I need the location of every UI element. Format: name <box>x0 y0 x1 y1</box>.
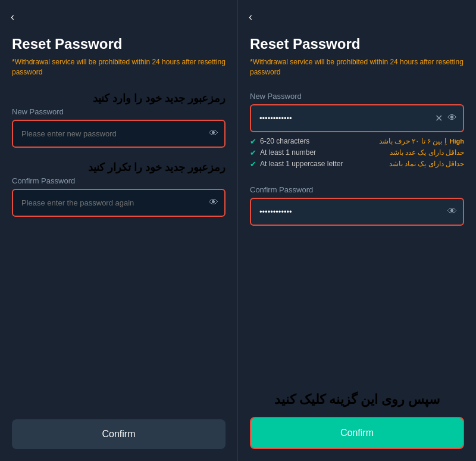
clear-icon-right[interactable]: ✕ <box>435 113 443 124</box>
check-icon-3: ✔ <box>250 160 256 169</box>
confirm-button-right[interactable]: Confirm <box>250 417 464 449</box>
confirm-password-wrapper-right: 👁 <box>250 198 464 226</box>
new-password-section-right: New Password ✕ 👁 ✔ 6-20 characters اِ بی… <box>250 92 464 176</box>
annotation-confirm-password: رمزعبور جدید خود را تکرار کنید <box>12 161 226 174</box>
eye-icon-new-left[interactable]: 👁 <box>209 128 218 139</box>
eye-icon-confirm-right[interactable]: 👁 <box>447 206 457 217</box>
confirm-password-input-left[interactable] <box>12 189 226 217</box>
new-password-wrapper-left: 👁 <box>12 120 226 148</box>
new-password-label-right: New Password <box>250 92 464 101</box>
new-password-section-left: رمزعبور جدید خود را وارد کنید New Passwo… <box>12 92 226 151</box>
right-warning: *Withdrawal service will be prohibited w… <box>250 57 464 77</box>
validation-row-3: ✔ At least 1 uppercase letter حداقل دارا… <box>250 160 464 169</box>
val-text-2: At least 1 number <box>260 148 316 157</box>
new-password-input-right[interactable] <box>250 104 464 132</box>
check-icon-1: ✔ <box>250 137 256 146</box>
confirm-password-section-right: Confirm Password 👁 <box>250 185 464 229</box>
val-text-1: 6-20 characters <box>260 137 309 145</box>
annotation-bottom: سپس روی این گزینه کلیک کنید <box>250 392 464 407</box>
confirm-button-left[interactable]: Confirm <box>12 419 226 449</box>
back-button-right[interactable]: ‹ <box>249 11 252 23</box>
confirm-password-input-right[interactable] <box>250 198 464 226</box>
confirm-password-section-left: رمزعبور جدید خود را تکرار کنید Confirm P… <box>12 161 226 220</box>
validation-list: ✔ 6-20 characters اِ بین ۶ تا ۲۰ حرف باش… <box>250 137 464 169</box>
annotation-new-password: رمزعبور جدید خود را وارد کنید <box>12 92 226 105</box>
back-button-left[interactable]: ‹ <box>11 11 14 23</box>
strength-badge: High <box>450 138 464 145</box>
validation-row-1: ✔ 6-20 characters اِ بین ۶ تا ۲۰ حرف باش… <box>250 137 464 146</box>
left-warning: *Withdrawal service will be prohibited w… <box>12 57 226 77</box>
val-persian-2: حداقل دارای یک عدد باشد <box>390 148 464 157</box>
left-title: Reset Password <box>12 36 226 52</box>
confirm-password-label-left: Confirm Password <box>12 176 226 185</box>
val-persian-3: حداقل دارای یک نماد باشد <box>389 160 464 168</box>
new-password-input-left[interactable] <box>12 120 226 148</box>
val-persian-1: اِ بین ۶ تا ۲۰ حرف باشد <box>379 137 446 145</box>
new-password-label-left: New Password <box>12 107 226 116</box>
new-password-wrapper-right: ✕ 👁 <box>250 104 464 132</box>
eye-icon-new-right[interactable]: 👁 <box>447 113 457 123</box>
eye-icon-confirm-left[interactable]: 👁 <box>209 197 218 208</box>
right-title: Reset Password <box>250 36 464 52</box>
left-panel: ‹ Reset Password *Withdrawal service wil… <box>0 0 238 461</box>
confirm-password-label-right: Confirm Password <box>250 185 464 194</box>
check-icon-2: ✔ <box>250 148 256 157</box>
validation-row-2: ✔ At least 1 number حداقل دارای یک عدد ب… <box>250 148 464 157</box>
right-panel: ‹ Reset Password *Withdrawal service wil… <box>238 0 476 461</box>
val-text-3: At least 1 uppercase letter <box>260 160 343 168</box>
confirm-password-wrapper-left: 👁 <box>12 189 226 217</box>
